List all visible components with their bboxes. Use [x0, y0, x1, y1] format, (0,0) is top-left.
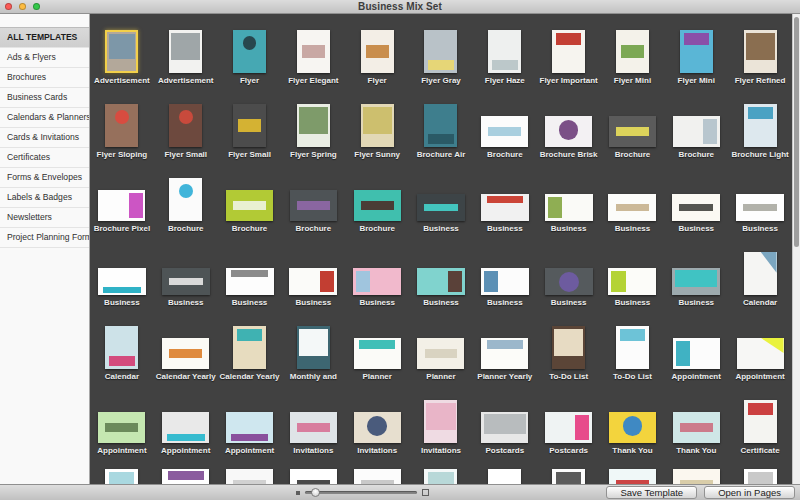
- template-thumbnail[interactable]: [481, 194, 529, 221]
- template-cell[interactable]: Brochure: [281, 162, 345, 236]
- template-cell[interactable]: [345, 456, 409, 484]
- template-thumbnail[interactable]: [680, 30, 713, 73]
- template-thumbnail[interactable]: [297, 326, 330, 369]
- template-thumbnail[interactable]: [162, 412, 209, 443]
- template-cell[interactable]: Brochure Brisk: [537, 88, 601, 162]
- template-cell[interactable]: Appointment: [728, 310, 792, 384]
- template-thumbnail[interactable]: [417, 194, 465, 221]
- template-cell[interactable]: Flyer Sloping: [90, 88, 154, 162]
- template-cell[interactable]: Brochure: [154, 162, 218, 236]
- template-thumbnail[interactable]: [673, 338, 720, 369]
- template-cell[interactable]: Planner: [345, 310, 409, 384]
- template-thumbnail[interactable]: [354, 469, 401, 484]
- template-thumbnail[interactable]: [105, 326, 138, 369]
- template-cell[interactable]: Business: [473, 162, 537, 236]
- template-cell[interactable]: Thank You: [601, 384, 665, 458]
- template-thumbnail[interactable]: [226, 268, 274, 295]
- template-thumbnail[interactable]: [162, 469, 209, 484]
- template-cell[interactable]: [601, 456, 665, 484]
- template-thumbnail[interactable]: [608, 268, 656, 295]
- template-thumbnail[interactable]: [361, 30, 394, 73]
- sidebar-item[interactable]: ALL TEMPLATES: [0, 27, 89, 48]
- template-cell[interactable]: Brochure: [473, 88, 537, 162]
- template-thumbnail[interactable]: [169, 178, 202, 221]
- template-thumbnail[interactable]: [481, 338, 528, 369]
- template-thumbnail[interactable]: [616, 326, 649, 369]
- template-cell[interactable]: Appointment: [154, 384, 218, 458]
- template-cell[interactable]: [473, 456, 537, 484]
- template-cell[interactable]: Invitations: [409, 384, 473, 458]
- template-thumbnail[interactable]: [290, 412, 337, 443]
- template-cell[interactable]: Certificate: [728, 384, 792, 458]
- template-cell[interactable]: Brochure Light: [728, 88, 792, 162]
- template-cell[interactable]: Business: [601, 236, 665, 310]
- template-cell[interactable]: [281, 456, 345, 484]
- template-cell[interactable]: Business: [345, 236, 409, 310]
- template-thumbnail[interactable]: [290, 190, 337, 221]
- template-thumbnail[interactable]: [744, 469, 777, 484]
- template-cell[interactable]: Flyer Small: [154, 88, 218, 162]
- template-cell[interactable]: Appointment: [218, 384, 282, 458]
- template-cell[interactable]: Appointment: [90, 384, 154, 458]
- template-cell[interactable]: Invitations: [345, 384, 409, 458]
- template-thumbnail[interactable]: [424, 104, 457, 147]
- sidebar-item[interactable]: Brochures: [0, 68, 89, 88]
- template-thumbnail[interactable]: [481, 116, 528, 147]
- template-cell[interactable]: Monthly and: [281, 310, 345, 384]
- template-cell[interactable]: Advertisement: [154, 14, 218, 88]
- template-cell[interactable]: [409, 456, 473, 484]
- template-thumbnail[interactable]: [105, 104, 138, 147]
- template-cell[interactable]: To-Do List: [537, 310, 601, 384]
- template-thumbnail[interactable]: [488, 30, 521, 73]
- template-thumbnail[interactable]: [290, 469, 337, 484]
- template-cell[interactable]: Planner: [409, 310, 473, 384]
- template-thumbnail[interactable]: [354, 412, 401, 443]
- template-thumbnail[interactable]: [105, 30, 138, 73]
- sidebar-item[interactable]: Labels & Badges: [0, 188, 89, 208]
- template-cell[interactable]: Business: [90, 236, 154, 310]
- save-template-button[interactable]: Save Template: [606, 486, 697, 499]
- template-thumbnail[interactable]: [353, 268, 401, 295]
- template-cell[interactable]: To-Do List: [601, 310, 665, 384]
- template-thumbnail[interactable]: [552, 326, 585, 369]
- template-thumbnail[interactable]: [417, 338, 464, 369]
- sidebar-item[interactable]: Project Planning Forms: [0, 228, 89, 248]
- template-cell[interactable]: [90, 456, 154, 484]
- template-thumbnail[interactable]: [297, 30, 330, 73]
- template-thumbnail[interactable]: [98, 412, 145, 443]
- template-cell[interactable]: [218, 456, 282, 484]
- template-cell[interactable]: Calendar Yearly: [218, 310, 282, 384]
- template-cell[interactable]: Flyer: [345, 14, 409, 88]
- template-thumbnail[interactable]: [545, 194, 593, 221]
- template-cell[interactable]: Business: [409, 162, 473, 236]
- template-cell[interactable]: Business: [664, 236, 728, 310]
- template-cell[interactable]: Business: [728, 162, 792, 236]
- template-cell[interactable]: Flyer Important: [537, 14, 601, 88]
- template-thumbnail[interactable]: [552, 30, 585, 73]
- template-cell[interactable]: Business: [664, 162, 728, 236]
- template-cell[interactable]: Brochure: [218, 162, 282, 236]
- template-thumbnail[interactable]: [417, 268, 465, 295]
- template-cell[interactable]: Business: [281, 236, 345, 310]
- thumbnail-size-slider[interactable]: [305, 491, 417, 494]
- template-thumbnail[interactable]: [673, 116, 720, 147]
- template-cell[interactable]: Business: [537, 236, 601, 310]
- template-cell[interactable]: Postcards: [473, 384, 537, 458]
- template-thumbnail[interactable]: [169, 104, 202, 147]
- template-thumbnail[interactable]: [424, 469, 457, 484]
- template-thumbnail[interactable]: [608, 194, 656, 221]
- template-thumbnail[interactable]: [297, 104, 330, 147]
- template-thumbnail[interactable]: [361, 104, 394, 147]
- sidebar-item[interactable]: Ads & Flyers: [0, 48, 89, 68]
- template-thumbnail[interactable]: [233, 30, 266, 73]
- template-thumbnail[interactable]: [616, 30, 649, 73]
- sidebar-item[interactable]: Calendars & Planners: [0, 108, 89, 128]
- template-cell[interactable]: Flyer Small: [218, 88, 282, 162]
- slider-knob[interactable]: [311, 488, 320, 497]
- template-thumbnail[interactable]: [354, 338, 401, 369]
- template-thumbnail[interactable]: [672, 194, 720, 221]
- template-thumbnail[interactable]: [233, 104, 266, 147]
- sidebar-item[interactable]: Newsletters: [0, 208, 89, 228]
- template-cell[interactable]: Appointment: [664, 310, 728, 384]
- template-thumbnail[interactable]: [354, 190, 401, 221]
